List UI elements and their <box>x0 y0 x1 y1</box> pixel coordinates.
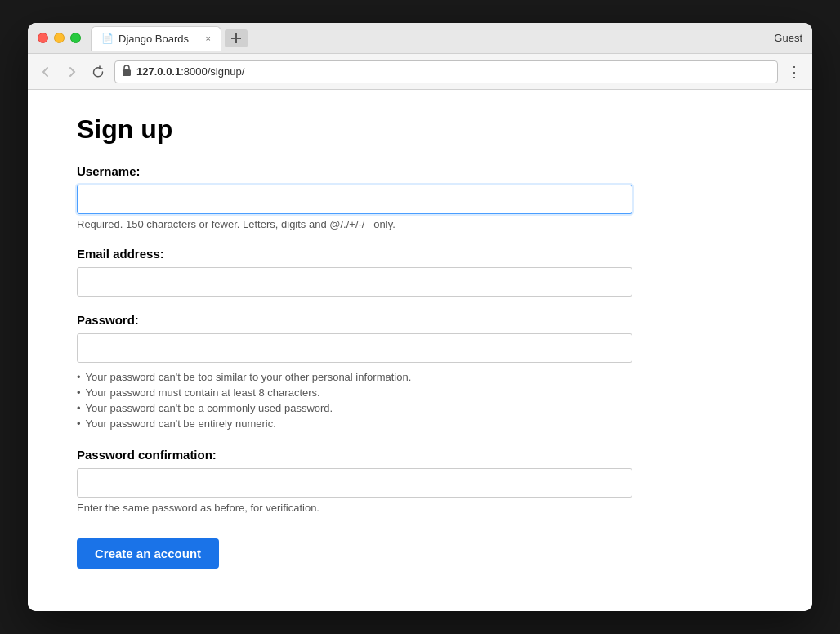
email-label: Email address: <box>77 247 763 261</box>
forward-button[interactable] <box>62 62 82 82</box>
lock-icon <box>122 65 132 78</box>
page-content: Sign up Username: Required. 150 characte… <box>28 90 812 611</box>
password-confirm-help-text: Enter the same password as before, for v… <box>77 502 763 514</box>
close-button[interactable] <box>38 33 48 43</box>
url-text: 127.0.0.1:8000/signup/ <box>136 65 244 78</box>
username-input[interactable] <box>77 185 632 214</box>
page-title: Sign up <box>77 114 763 145</box>
create-account-button[interactable]: Create an account <box>77 538 219 569</box>
browser-window: 📄 Django Boards × Guest <box>28 23 812 611</box>
password-hint-2: Your password must contain at least 8 ch… <box>77 385 763 400</box>
svg-rect-2 <box>123 69 131 76</box>
url-host: 127.0.0.1 <box>136 65 181 78</box>
password-confirm-group: Password confirmation: Enter the same pa… <box>77 448 763 514</box>
username-label: Username: <box>77 164 763 178</box>
url-bar[interactable]: 127.0.0.1:8000/signup/ <box>114 60 778 83</box>
tab-icon: 📄 <box>101 33 114 44</box>
username-group: Username: Required. 150 characters or fe… <box>77 164 763 230</box>
guest-label: Guest <box>774 32 802 44</box>
traffic-lights <box>38 33 81 43</box>
password-hint-1: Your password can't be too similar to yo… <box>77 369 763 385</box>
title-bar: 📄 Django Boards × Guest <box>28 23 812 54</box>
url-path: :8000/signup/ <box>181 65 244 78</box>
active-tab[interactable]: 📄 Django Boards × <box>91 26 221 51</box>
password-confirm-input[interactable] <box>77 468 632 498</box>
tab-close-button[interactable]: × <box>206 33 211 43</box>
browser-menu-button[interactable]: ⋮ <box>784 62 804 82</box>
password-hint-4: Your password can't be entirely numeric. <box>77 416 763 431</box>
password-hints: Your password can't be too similar to yo… <box>77 369 763 431</box>
password-input[interactable] <box>77 333 632 363</box>
back-button[interactable] <box>36 62 56 82</box>
address-bar: 127.0.0.1:8000/signup/ ⋮ <box>28 54 812 90</box>
password-confirm-label: Password confirmation: <box>77 448 763 462</box>
minimize-button[interactable] <box>54 33 65 43</box>
tab-bar: 📄 Django Boards × <box>91 26 774 51</box>
password-hint-3: Your password can't be a commonly used p… <box>77 400 763 416</box>
email-input[interactable] <box>77 267 632 297</box>
username-help-text: Required. 150 characters or fewer. Lette… <box>77 218 763 230</box>
svg-rect-1 <box>231 38 241 39</box>
password-label: Password: <box>77 313 763 327</box>
email-group: Email address: <box>77 247 763 297</box>
password-group: Password: Your password can't be too sim… <box>77 313 763 431</box>
new-tab-button[interactable] <box>225 29 248 47</box>
maximize-button[interactable] <box>70 33 81 43</box>
tab-title: Django Boards <box>118 33 189 45</box>
refresh-button[interactable] <box>88 62 108 82</box>
